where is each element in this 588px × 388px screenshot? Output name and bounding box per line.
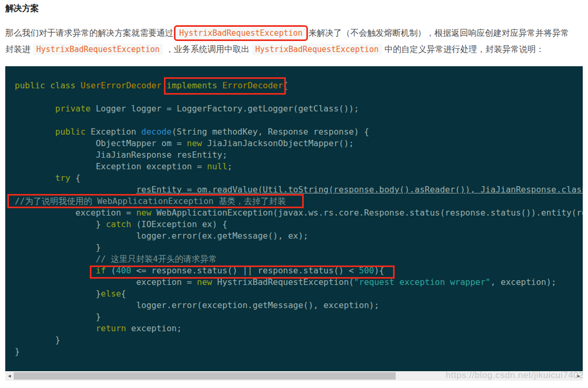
paragraph-text: 封装进: [5, 45, 30, 54]
code-line: //为了说明我使用的 WebApplicationException 基类，去掉…: [15, 196, 583, 207]
code-line: // 这里只封装4开头的请求异常: [15, 253, 583, 265]
watermark: https://blog.csdn.net/jikuicui7402: [446, 370, 584, 381]
code-line: private Logger logger = LoggerFactory.ge…: [15, 103, 583, 115]
code-line: [15, 115, 583, 126]
paragraph-line-2: 封装进HystrixBadRequestException，业务系统调用中取出H…: [5, 41, 586, 57]
code-line: public class UserErrorDecoder implements…: [15, 80, 583, 91]
code-line: }: [15, 346, 583, 358]
code-line: JiaJianResponse resEntity;: [15, 149, 583, 161]
code-line: }else{: [15, 288, 583, 300]
code-line: ObjectMapper om = new JiaJianJacksonObje…: [15, 138, 583, 149]
intro-paragraph: 那么我们对于请求异常的解决方案就需要通过HystrixBadRequestExc…: [5, 25, 586, 57]
code-line: resEntity = om.readValue(Util.toString(r…: [15, 184, 583, 196]
paragraph-line-1: 那么我们对于请求异常的解决方案就需要通过HystrixBadRequestExc…: [5, 25, 586, 41]
code-line: logger.error(exception.getMessage(), exc…: [15, 300, 583, 311]
code-line: exception = new WebApplicationException(…: [15, 207, 583, 219]
blog-article-page: 解决方案 那么我们对于请求异常的解决方案就需要通过HystrixBadReque…: [0, 0, 588, 388]
paragraph-text: ，业务系统调用中取出: [166, 45, 250, 54]
code-line: public Exception decode(String methodKey…: [15, 126, 583, 138]
scrollbar-thumb[interactable]: [14, 372, 396, 380]
code-line: try {: [15, 172, 583, 184]
paragraph-text: 那么我们对于请求异常的解决方案就需要通过: [5, 28, 173, 37]
scroll-left-arrow-icon[interactable]: ◄: [5, 371, 14, 381]
code-block: public class UserErrorDecoder implements…: [5, 66, 583, 371]
paragraph-text: 来解决了（不会触发熔断机制），根据返回响应创建对应异常并将异常: [308, 28, 569, 37]
code-line: Exception exception = null;: [15, 161, 583, 172]
code-line: logger.error(ex.getMessage(), ex);: [15, 230, 583, 242]
code-line: }: [15, 311, 583, 323]
code-line: return exception;: [15, 323, 583, 334]
code-content: public class UserErrorDecoder implements…: [5, 66, 583, 358]
code-line: } catch (IOException ex) {: [15, 219, 583, 230]
code-line: if (400 <= response.status() || response…: [15, 265, 583, 277]
section-heading: 解决方案: [5, 3, 39, 14]
code-line: [15, 91, 583, 103]
inline-code-highlighted: HystrixBadRequestException: [176, 27, 306, 39]
code-line: exception = new HystrixBadRequestExcepti…: [15, 277, 583, 288]
paragraph-text: 中的自定义异常进行处理，封装异常说明：: [385, 45, 544, 54]
inline-code: HystrixBadRequestException: [252, 44, 382, 55]
code-line: }: [15, 242, 583, 253]
code-line: }: [15, 334, 583, 346]
inline-code: HystrixBadRequestException: [33, 44, 163, 55]
